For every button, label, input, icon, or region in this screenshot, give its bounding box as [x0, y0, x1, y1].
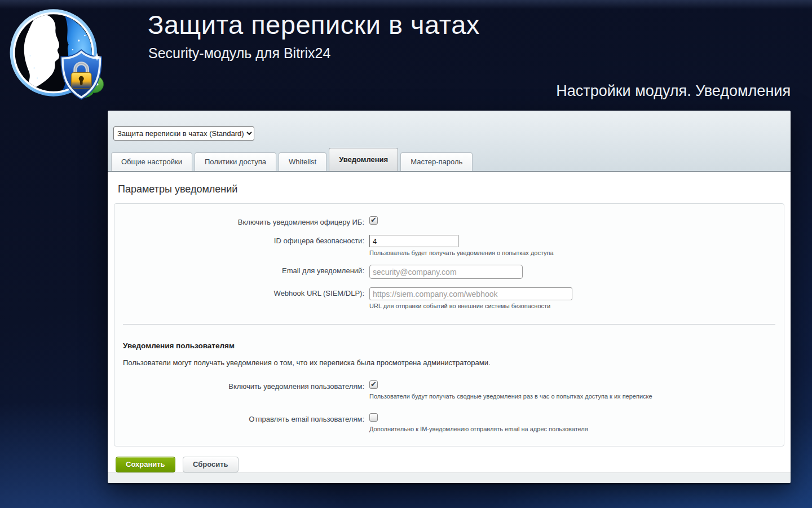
tab-label: Whitelist — [289, 157, 316, 166]
module-select[interactable]: Защита переписки в чатах (Standard) — [113, 126, 254, 141]
officer-enable-label: Включить уведомления офицеру ИБ: — [114, 216, 369, 226]
panel-footer — [108, 472, 791, 483]
users-enable-label: Включить уведомления пользователям: — [114, 380, 369, 400]
background-sheen — [0, 0, 812, 9]
webhook-url-input[interactable] — [369, 287, 572, 300]
settings-panel: Защита переписки в чатах (Standard) Общи… — [108, 111, 791, 483]
webhook-label: Webhook URL (SIEM/DLP): — [114, 287, 369, 309]
reset-button[interactable]: Сбросить — [183, 457, 239, 472]
officer-enable-checkbox[interactable] — [369, 216, 378, 225]
tab-label: Уведомления — [339, 155, 388, 164]
section-divider — [123, 324, 775, 325]
webhook-hint: URL для отправки событий во внешние сист… — [369, 303, 784, 309]
users-section-description: Пользователи могут получать уведомления … — [123, 358, 784, 367]
tab-label: Политики доступа — [205, 157, 266, 166]
officer-id-row: ID офицера безопасности: Пользователь бу… — [114, 235, 784, 256]
notification-email-input[interactable] — [369, 265, 523, 279]
email-row: Email для уведомлений: — [114, 265, 784, 279]
app-logo-icon — [8, 5, 107, 106]
officer-id-label: ID офицера безопасности: — [114, 235, 369, 256]
users-email-checkbox[interactable] — [369, 413, 378, 422]
tab-access-policies[interactable]: Политики доступа — [195, 152, 276, 171]
page-title: Защита переписки в чатах — [148, 9, 480, 40]
notification-settings-box: Включить уведомления офицеру ИБ: ID офиц… — [114, 203, 784, 446]
users-email-label: Отправлять email пользователям: — [114, 413, 369, 432]
users-section-title: Уведомления пользователям — [123, 341, 784, 350]
tab-notifications[interactable]: Уведомления — [329, 148, 398, 171]
tab-label: Общие настройки — [121, 157, 182, 166]
users-enable-hint: Пользователи будут получать сводные увед… — [369, 393, 784, 400]
tab-label: Мастер-пароль — [411, 157, 462, 166]
section-title: Параметры уведомлений — [118, 183, 786, 195]
page-subtitle: Security-модуль для Bitrix24 — [148, 45, 330, 62]
tab-whitelist[interactable]: Whitelist — [279, 152, 326, 171]
officer-id-hint: Пользователь будет получать уведомления … — [369, 249, 784, 256]
tab-master-password[interactable]: Мастер-пароль — [400, 152, 473, 171]
tab-content: Параметры уведомлений Включить уведомлен… — [108, 172, 791, 472]
users-email-row: Отправлять email пользователям: Дополнит… — [114, 413, 784, 432]
tab-general[interactable]: Общие настройки — [111, 152, 192, 171]
page-caption: Настройки модуля. Уведомления — [556, 82, 791, 100]
officer-enable-row: Включить уведомления офицеру ИБ: — [114, 216, 784, 226]
users-enable-checkbox[interactable] — [369, 380, 378, 389]
officer-id-input[interactable] — [369, 235, 458, 247]
users-email-hint: Дополнительно к IM-уведомлению отправлят… — [369, 426, 784, 432]
panel-header: Защита переписки в чатах (Standard) Общи… — [108, 111, 791, 172]
tab-bar: Общие настройки Политики доступа Whiteli… — [111, 148, 475, 171]
email-label: Email для уведомлений: — [114, 265, 369, 279]
webhook-row: Webhook URL (SIEM/DLP): URL для отправки… — [114, 287, 784, 309]
button-bar: Сохранить Сбросить — [116, 457, 786, 472]
save-button[interactable]: Сохранить — [116, 457, 175, 472]
users-enable-row: Включить уведомления пользователям: Поль… — [114, 380, 784, 400]
